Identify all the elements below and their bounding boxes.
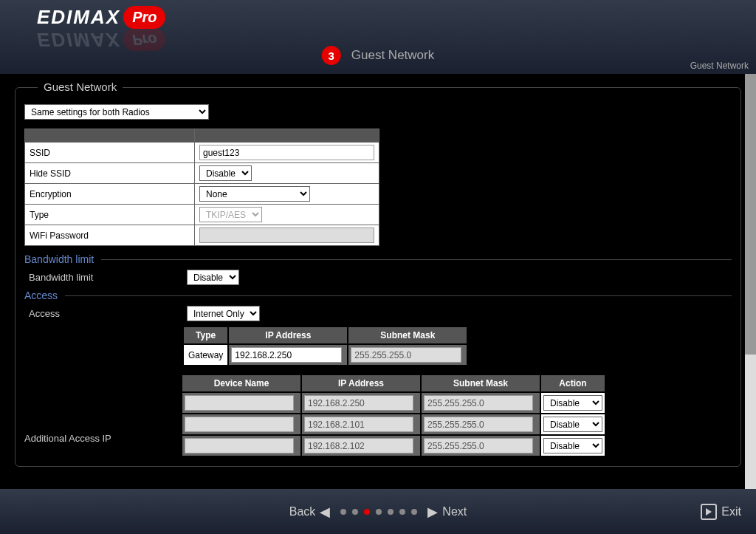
step-dot[interactable]	[399, 509, 405, 515]
exit-icon	[701, 504, 717, 520]
gw-type-header: Type	[184, 327, 227, 343]
dev-subnet-header: Subnet Mask	[422, 375, 540, 391]
step-dot[interactable]	[388, 509, 394, 515]
step-dot[interactable]	[376, 509, 382, 515]
gw-ip-header: IP Address	[229, 327, 347, 343]
ssid-input[interactable]	[199, 145, 374, 160]
table-row: Disable	[182, 414, 605, 434]
bandwidth-label: Bandwidth limit	[24, 272, 187, 283]
gw-ip-input[interactable]	[231, 347, 342, 363]
gw-subnet-input	[351, 347, 461, 363]
bandwidth-select[interactable]: Disable	[187, 270, 239, 285]
device-subnet-input	[424, 417, 533, 432]
device-name-input	[185, 395, 294, 411]
hide-ssid-label: Hide SSID	[25, 163, 195, 184]
additional-access-ip-label: Additional Access IP	[24, 374, 142, 444]
gw-subnet-header: Subnet Mask	[348, 327, 467, 343]
device-action-select[interactable]: Disable	[543, 417, 602, 432]
dev-action-header: Action	[541, 375, 605, 391]
devices-table: Device Name IP Address Subnet Mask Actio…	[181, 374, 606, 457]
fieldset-legend: Guest Network	[38, 81, 123, 93]
access-label: Access	[24, 308, 187, 319]
gw-type-value: Gateway	[184, 345, 227, 365]
scrollbar[interactable]	[745, 74, 756, 489]
device-ip-input	[304, 417, 413, 432]
step-dot[interactable]	[411, 509, 417, 515]
ssid-label: SSID	[25, 143, 195, 163]
device-subnet-input	[424, 395, 533, 411]
header: EDIMAX Pro EDIMAX Pro 3 Guest Network Gu…	[0, 0, 756, 74]
encryption-label: Encryption	[25, 184, 195, 205]
device-action-select[interactable]: Disable	[543, 438, 602, 453]
step-dot[interactable]	[340, 509, 346, 515]
dev-name-header: Device Name	[182, 375, 300, 391]
device-ip-input	[304, 395, 413, 411]
hide-ssid-select[interactable]: Disable	[199, 165, 252, 181]
step-indicator: 3 Guest Network	[322, 46, 434, 65]
step-nav: Back ◀ ▶ Next	[289, 504, 467, 520]
encryption-select[interactable]: None	[199, 186, 310, 202]
step-dot[interactable]	[352, 509, 358, 515]
device-action-select[interactable]: Disable	[543, 395, 602, 411]
breadcrumb: Guest Network	[690, 61, 749, 71]
content-area: Guest Network Same settings for both Rad…	[0, 74, 756, 489]
table-row: Disable	[182, 393, 605, 413]
wifi-password-input	[199, 227, 374, 243]
back-button[interactable]: Back ◀	[289, 504, 331, 520]
logo-brand: EDIMAX	[37, 6, 120, 29]
settings-table: SSID Hide SSID Disable Encryption None T…	[24, 129, 379, 246]
logo-reflection: EDIMAX Pro	[37, 28, 165, 51]
arrow-right-icon: ▶	[427, 504, 438, 520]
dev-ip-header: IP Address	[302, 375, 420, 391]
footer: Back ◀ ▶ Next Exit	[0, 489, 756, 534]
scrollbar-thumb[interactable]	[745, 74, 756, 355]
logo: EDIMAX Pro	[37, 6, 165, 29]
guest-network-fieldset: Guest Network Same settings for both Rad…	[15, 87, 741, 467]
wifi-password-label: WiFi Password	[25, 225, 195, 246]
next-button[interactable]: ▶ Next	[427, 504, 467, 520]
gateway-table: Type IP Address Subnet Mask Gateway	[182, 326, 468, 366]
device-ip-input	[304, 438, 413, 453]
logo-suffix: Pro	[123, 6, 165, 29]
step-dot[interactable]	[364, 509, 370, 515]
type-select: TKIP/AES	[199, 207, 262, 222]
device-name-input	[185, 417, 294, 432]
device-subnet-input	[424, 438, 533, 453]
step-number-badge: 3	[322, 46, 341, 65]
type-label: Type	[25, 205, 195, 225]
exit-button[interactable]: Exit	[701, 504, 741, 520]
arrow-left-icon: ◀	[320, 504, 330, 520]
step-title: Guest Network	[351, 48, 434, 63]
access-select[interactable]: Internet Only	[187, 306, 260, 321]
access-section-title: Access	[24, 290, 732, 301]
device-name-input	[185, 438, 294, 453]
step-dots	[340, 509, 417, 515]
bandwidth-section-title: Bandwidth limit	[24, 253, 732, 265]
radio-mode-select[interactable]: Same settings for both Radios	[24, 104, 209, 120]
table-row: Disable	[182, 436, 605, 456]
